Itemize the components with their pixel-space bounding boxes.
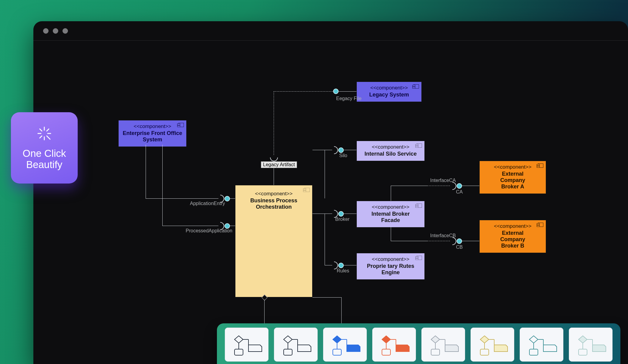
app-window: <<component>> Enterprise Front OfficeSys… <box>33 21 628 364</box>
stereotype: <<component>> <box>359 204 422 210</box>
svg-rect-15 <box>284 349 292 355</box>
provided-interface-icon <box>338 263 344 268</box>
stereotype: <<component>> <box>238 191 310 197</box>
connector-dashed <box>427 241 450 241</box>
label-processed-application: ProcessedApplication <box>186 228 232 234</box>
svg-rect-20 <box>333 349 341 355</box>
label-legacy-artifact: Legacy Artifact <box>261 161 297 168</box>
label-rules: Rules <box>337 268 349 274</box>
svg-line-5 <box>47 136 50 139</box>
svg-marker-33 <box>480 336 489 343</box>
connector <box>462 241 479 241</box>
connector <box>391 186 391 201</box>
label-eegacy-file: Eegacy File <box>336 96 362 101</box>
window-titlebar <box>33 21 628 41</box>
connector-dashed <box>274 91 334 92</box>
comp-label: Intemal BrokerFacade <box>371 211 410 223</box>
provided-interface-icon <box>338 211 344 217</box>
diagram-canvas[interactable]: <<component>> Enterprise Front OfficeSys… <box>33 41 628 364</box>
comp-label: ExternalCompanyBroker A <box>500 171 525 190</box>
comp-external-broker-b[interactable]: <<component>> ExternalCompanyBroker B <box>479 220 546 253</box>
svg-line-7 <box>40 136 42 138</box>
stereotype: <<component>> <box>482 164 543 170</box>
theme-swatch-orange[interactable] <box>372 328 416 362</box>
component-icon <box>417 143 422 148</box>
connector <box>312 150 332 150</box>
provided-interface-icon <box>338 147 344 153</box>
connector-dashed <box>274 91 274 155</box>
comp-label: Legacy System <box>369 92 409 98</box>
traffic-close-icon[interactable] <box>43 28 49 34</box>
svg-marker-18 <box>333 336 341 343</box>
stereotype: <<component>> <box>482 223 543 229</box>
svg-marker-28 <box>431 336 440 343</box>
component-icon <box>304 188 310 192</box>
component-icon <box>417 204 422 208</box>
label-broker: Broker <box>335 217 349 222</box>
svg-rect-35 <box>480 349 489 355</box>
comp-business-process-orchestration[interactable]: <<component>> Business ProcessOrchestrat… <box>235 185 312 297</box>
svg-marker-8 <box>235 336 243 343</box>
comp-internal-broker-facade[interactable]: <<component>> Intemal BrokerFacade <box>356 201 425 228</box>
connector <box>325 214 325 265</box>
stereotype: <<component>> <box>359 256 422 262</box>
connector <box>146 198 218 199</box>
theme-swatch-blue[interactable] <box>323 328 367 362</box>
connector <box>230 226 235 226</box>
svg-rect-25 <box>382 349 390 355</box>
connector <box>344 265 356 265</box>
comp-external-broker-a[interactable]: <<component>> ExternalCompanyBroker A <box>479 161 546 194</box>
theme-swatch-gray[interactable] <box>421 328 465 362</box>
connector <box>391 186 427 186</box>
sparkle-icon <box>36 125 52 144</box>
svg-line-6 <box>47 129 49 131</box>
component-icon <box>417 256 422 260</box>
connector <box>162 145 163 226</box>
connector <box>264 300 265 324</box>
connector <box>312 214 332 214</box>
connector <box>344 214 356 214</box>
one-click-beautify-badge[interactable]: One Click Beautify <box>11 112 78 184</box>
connector <box>391 226 391 241</box>
comp-proprietary-rules-engine[interactable]: <<component>> Proprie tary RutesEngine <box>356 253 425 280</box>
svg-marker-13 <box>284 336 292 343</box>
connector-dashed <box>427 186 450 186</box>
comp-label: ExternalCompanyBroker B <box>500 230 525 249</box>
comp-label: Internal Silo Service <box>364 151 417 157</box>
comp-label: Proprie tary RutesEngine <box>367 263 414 275</box>
connector <box>391 241 427 241</box>
comp-label: Enterprise Front OfficeSystem <box>123 130 182 143</box>
theme-swatch-plain2[interactable] <box>274 328 318 362</box>
provided-interface-icon <box>225 196 230 201</box>
stereotype: <<component>> <box>359 144 422 150</box>
comp-internal-silo-service[interactable]: <<component>> Internal Silo Service <box>356 141 425 161</box>
label-interface-cb: InterfaceCB <box>430 233 456 238</box>
provided-interface-icon <box>457 183 462 189</box>
theme-swatch-yellow[interactable] <box>471 328 514 362</box>
comp-label: Business ProcessOrchestration <box>250 197 297 210</box>
stereotype: <<component>> <box>359 85 419 91</box>
traffic-min-icon[interactable] <box>53 28 58 34</box>
svg-marker-38 <box>529 336 538 343</box>
provided-interface-icon <box>457 238 462 244</box>
theme-swatch-mint[interactable] <box>569 328 613 362</box>
connector <box>325 150 325 198</box>
traffic-zoom-icon[interactable] <box>62 28 68 34</box>
required-interface-icon <box>270 153 278 161</box>
connector <box>325 265 332 265</box>
theme-swatch-teal[interactable] <box>520 328 563 362</box>
connector <box>344 150 356 150</box>
required-interface-icon <box>330 146 338 154</box>
connector <box>339 91 356 92</box>
label-interface-ca: InterfaceCA <box>430 178 456 183</box>
badge-line2: Beautify <box>26 159 62 170</box>
svg-rect-45 <box>579 349 587 355</box>
traffic-lights[interactable] <box>43 28 68 34</box>
connector <box>146 145 146 198</box>
theme-swatch-plain[interactable] <box>225 328 268 362</box>
component-icon <box>538 163 543 168</box>
connector <box>341 297 342 324</box>
comp-legacy-system[interactable]: <<component>> Legacy System <box>356 82 422 102</box>
connector <box>462 186 479 186</box>
comp-enterprise-front-office[interactable]: <<component>> Enterprise Front OfficeSys… <box>118 120 187 147</box>
